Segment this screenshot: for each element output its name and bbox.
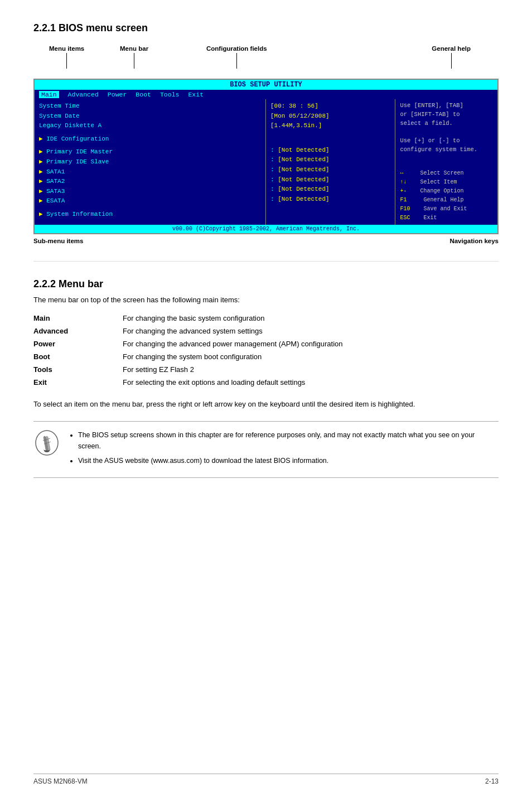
- menu-desc-power: For changing the advanced power manageme…: [123, 337, 499, 350]
- footer-right: 2-13: [485, 777, 499, 785]
- bios-val-ide-slave: : [Not Detected]: [270, 155, 390, 165]
- bios-footer: v00.00 (C)Copyright 1985-2002, American …: [35, 225, 497, 233]
- bios-val-esata: : [Not Detected]: [270, 195, 390, 205]
- label-navigation-keys: Navigation keys: [449, 238, 499, 244]
- bios-item-system-date: System Date: [39, 112, 261, 122]
- section-222-title: 2.2.2 Menu bar: [33, 278, 499, 290]
- bios-val-diskette: [1.44M,3.5in.]: [270, 121, 390, 131]
- section-221-title: 2.2.1 BIOS menu screen: [33, 22, 499, 34]
- table-row: Main For changing the basic system confi…: [33, 312, 499, 325]
- menu-desc-exit: For selecting the exit options and loadi…: [123, 376, 499, 389]
- bios-nav-keys: ↔ Select Screen ↑↓ Select Item +- Change…: [400, 169, 493, 223]
- bios-val-sata1: : [Not Detected]: [270, 165, 390, 175]
- table-row: Exit For selecting the exit options and …: [33, 376, 499, 389]
- bios-item-primary-ide-master: ▶ Primary IDE Master: [39, 147, 261, 157]
- notepad-icon: [33, 429, 60, 456]
- section-221: 2.2.1 BIOS menu screen Menu items Menu b…: [33, 22, 499, 244]
- label-general-help: General help: [432, 45, 471, 52]
- label-config-fields: Configuration fields: [206, 45, 267, 52]
- bios-item-esata: ▶ ESATA: [39, 196, 261, 206]
- bios-val-date: [Mon 05/12/2008]: [270, 112, 390, 122]
- table-row: Power For changing the advanced power ma…: [33, 337, 499, 350]
- note-content: The BIOS setup screens shown in this cha…: [69, 429, 499, 470]
- bios-header: BIOS SETUP UTILITY: [35, 80, 497, 90]
- footer-left: ASUS M2N68-VM: [33, 777, 88, 785]
- bios-help-text: Use [ENTER], [TAB] or [SHIFT-TAB] to sel…: [400, 102, 493, 154]
- label-menu-items: Menu items: [49, 45, 84, 52]
- bios-item-sata3: ▶ SATA3: [39, 187, 261, 197]
- menu-desc-advanced: For changing the advanced system setting…: [123, 325, 499, 337]
- bios-val-sata3: : [Not Detected]: [270, 185, 390, 195]
- note-icon: [33, 429, 60, 456]
- bios-menubar: Main Advanced Power Boot Tools Exit: [35, 90, 497, 99]
- table-row: Boot For changing the system boot config…: [33, 350, 499, 363]
- page-footer: ASUS M2N68-VM 2-13: [33, 774, 499, 785]
- label-sub-menu-items: Sub-menu items: [33, 238, 83, 244]
- below-labels: Sub-menu items Navigation keys: [33, 238, 499, 244]
- menu-item-advanced: Advanced: [33, 325, 123, 337]
- bios-menu-tools: Tools: [160, 91, 180, 98]
- menu-desc-tools: For setting EZ Flash 2: [123, 363, 499, 376]
- note-item-1: The BIOS setup screens shown in this cha…: [78, 429, 499, 452]
- bios-val-time: [00: 38 : 56]: [270, 102, 390, 112]
- bios-item-system-time: System Time: [39, 102, 261, 112]
- bios-center-panel: [00: 38 : 56] [Mon 05/12/2008] [1.44M,3.…: [266, 99, 395, 225]
- section-222: 2.2.2 Menu bar The menu bar on top of th…: [33, 278, 499, 479]
- bios-item-ide-config: ▶ IDE Configuration: [39, 134, 261, 144]
- bios-body: System Time System Date Legacy Diskette …: [35, 99, 497, 225]
- menu-item-power: Power: [33, 337, 123, 350]
- table-row: Tools For setting EZ Flash 2: [33, 363, 499, 376]
- menu-item-boot: Boot: [33, 350, 123, 363]
- note-box: The BIOS setup screens shown in this cha…: [33, 421, 499, 478]
- section-222-intro: The menu bar on top of the screen has th…: [33, 296, 499, 304]
- bios-val-ide-master: : [Not Detected]: [270, 146, 390, 156]
- bios-item-legacy-diskette: Legacy Diskette A: [39, 121, 261, 131]
- bios-left-panel: System Time System Date Legacy Diskette …: [35, 99, 266, 225]
- nav-instruction-text: To select an item on the menu bar, press…: [33, 399, 499, 410]
- bios-val-sata2: : [Not Detected]: [270, 175, 390, 185]
- bios-item-sata1: ▶ SATA1: [39, 167, 261, 177]
- bios-right-panel: Use [ENTER], [TAB] or [SHIFT-TAB] to sel…: [395, 99, 497, 225]
- menu-desc-boot: For changing the system boot configurati…: [123, 350, 499, 363]
- menu-desc-main: For changing the basic system configurat…: [123, 312, 499, 325]
- note-item-2: Visit the ASUS website (www.asus.com) to…: [78, 455, 499, 466]
- menu-bar-table: Main For changing the basic system confi…: [33, 312, 499, 389]
- table-row: Advanced For changing the advanced syste…: [33, 325, 499, 337]
- label-menu-bar: Menu bar: [120, 45, 148, 52]
- bios-item-system-info: ▶ System Information: [39, 210, 261, 220]
- bios-screen: BIOS SETUP UTILITY Main Advanced Power B…: [33, 79, 499, 234]
- bios-item-sata2: ▶ SATA2: [39, 177, 261, 187]
- bios-item-primary-ide-slave: ▶ Primary IDE Slave: [39, 157, 261, 167]
- bios-menu-power: Power: [108, 91, 127, 98]
- bios-menu-boot: Boot: [136, 91, 151, 98]
- bios-menu-main: Main: [39, 91, 59, 98]
- menu-item-main: Main: [33, 312, 123, 325]
- bios-menu-exit: Exit: [188, 91, 204, 98]
- bios-diagram: Menu items Menu bar Configuration fields…: [33, 45, 499, 244]
- menu-item-tools: Tools: [33, 363, 123, 376]
- bios-menu-advanced: Advanced: [68, 91, 99, 98]
- menu-item-exit: Exit: [33, 376, 123, 389]
